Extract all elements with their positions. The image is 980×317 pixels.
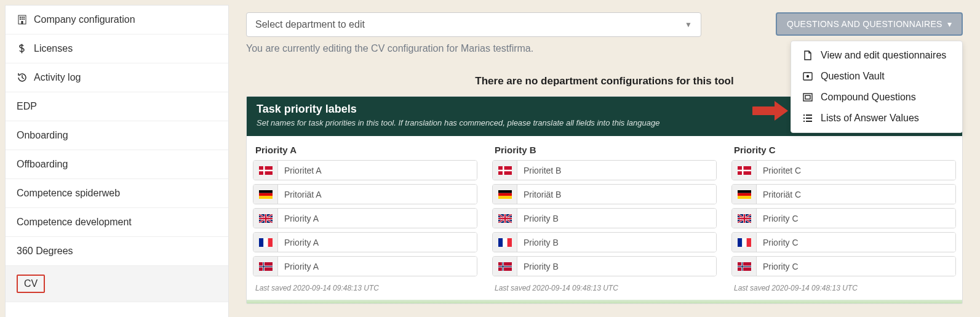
sidebar-item-onboarding[interactable]: Onboarding [6,121,228,150]
sidebar-item-label: Licenses [34,43,73,54]
svg-rect-64 [738,266,751,267]
no-flag-icon [253,257,278,276]
history-icon [17,72,28,83]
svg-rect-11 [259,190,273,193]
svg-rect-21 [268,238,272,247]
dk-flag-icon [493,161,517,180]
annotation-arrow-icon [752,98,789,123]
translation-input[interactable] [757,257,955,276]
svg-rect-70 [806,114,812,116]
sidebar-item-company-config[interactable]: Company configuration [6,6,228,34]
questions-dropdown-menu: View and edit questionnaires Question Va… [791,41,963,133]
svg-rect-48 [738,169,751,171]
translation-row [253,208,477,228]
sidebar: Company configuration Licenses Activity … [5,5,229,317]
sidebar-item-competence-development[interactable]: Competence development [6,208,228,237]
translation-row [731,184,956,204]
translation-input[interactable] [757,233,955,252]
translation-row [253,256,477,276]
panel-body: Priority ALast saved 2020-09-14 09:48:13… [247,136,962,300]
sidebar-item-label: 360 Degrees [17,246,73,257]
translation-input[interactable] [278,161,477,180]
translation-row [253,232,477,252]
translation-input[interactable] [517,185,716,204]
menu-lists-of-answer-values[interactable]: Lists of Answer Values [791,108,962,129]
sidebar-item-label: Competence spiderweb [17,188,120,199]
svg-rect-32 [498,196,512,199]
svg-point-66 [807,75,809,78]
svg-rect-49 [738,190,751,193]
svg-rect-19 [259,238,263,247]
translation-row [253,184,477,204]
sidebar-item-offboarding[interactable]: Offboarding [6,150,228,179]
priority-column: Priority BLast saved 2020-09-14 09:48:13… [492,145,717,295]
priority-column: Priority CLast saved 2020-09-14 09:48:13… [731,145,956,295]
svg-rect-13 [259,196,273,199]
svg-rect-3 [23,17,25,18]
sidebar-item-competence-spiderweb[interactable]: Competence spiderweb [6,179,228,208]
priority-column: Priority ALast saved 2020-09-14 09:48:13… [253,145,477,295]
de-flag-icon [253,185,278,204]
translation-input[interactable] [278,185,477,204]
svg-rect-4 [20,18,21,20]
menu-item-label: View and edit questionnaires [821,50,946,61]
sidebar-item-activity-log[interactable]: Activity log [6,63,228,92]
sidebar-item-cv[interactable]: CV [6,266,228,302]
translation-row [731,160,956,180]
sidebar-item-licenses[interactable]: Licenses [6,34,228,63]
translation-input[interactable] [517,233,716,252]
svg-rect-58 [742,238,746,247]
translation-input[interactable] [517,209,716,228]
questions-dropdown-button[interactable]: QUESTIONS AND QUESTIONNAIRES ▾ [776,12,963,36]
translation-row [731,232,956,252]
menu-view-edit-questionnaires[interactable]: View and edit questionnaires [791,45,962,66]
caret-down-icon: ▾ [947,19,952,29]
translation-input[interactable] [278,233,477,252]
translation-row [492,232,717,252]
svg-rect-68 [805,95,810,99]
sidebar-item-label: Competence development [17,217,132,228]
translation-input[interactable] [278,209,477,228]
menu-question-vault[interactable]: Question Vault [791,66,962,87]
fr-flag-icon [493,233,517,252]
menu-compound-questions[interactable]: Compound Questions [791,87,962,108]
translation-input[interactable] [757,185,955,204]
translation-input[interactable] [278,257,477,276]
svg-rect-26 [259,266,273,267]
svg-rect-59 [746,238,751,247]
translation-input[interactable] [517,257,716,276]
translation-input[interactable] [757,161,955,180]
svg-rect-72 [806,118,812,119]
svg-rect-2 [22,17,23,18]
last-saved-label: Last saved 2020-09-14 09:48:13 UTC [492,280,717,295]
de-flag-icon [493,185,517,204]
department-select-placeholder: Select department to edit [255,19,365,30]
svg-rect-30 [498,190,512,193]
translation-input[interactable] [517,161,716,180]
svg-rect-40 [507,238,511,247]
translation-input[interactable] [757,209,955,228]
sidebar-item-edp[interactable]: EDP [6,92,228,121]
main-area: Select department to edit ▼ You are curr… [229,0,980,317]
svg-rect-5 [22,18,23,20]
svg-rect-29 [498,169,512,171]
sidebar-item-360-degrees[interactable]: 360 Degrees [6,237,228,266]
group-icon [802,92,813,103]
dk-flag-icon [253,161,278,180]
sidebar-item-label: Offboarding [17,159,68,170]
dk-flag-icon [732,161,757,180]
translation-row [253,160,477,180]
svg-rect-38 [498,238,503,247]
uk-flag-icon [493,209,517,228]
menu-item-label: Question Vault [821,71,885,82]
fr-flag-icon [732,233,757,252]
sidebar-item-label: Activity log [34,72,81,83]
department-select[interactable]: Select department to edit ▼ [246,12,701,37]
svg-rect-57 [738,238,742,247]
translation-row [492,256,717,276]
menu-item-label: Lists of Answer Values [821,113,919,124]
de-flag-icon [732,185,757,204]
svg-rect-74 [806,121,812,122]
svg-rect-73 [803,121,805,122]
sidebar-item-label: CV [17,275,45,293]
